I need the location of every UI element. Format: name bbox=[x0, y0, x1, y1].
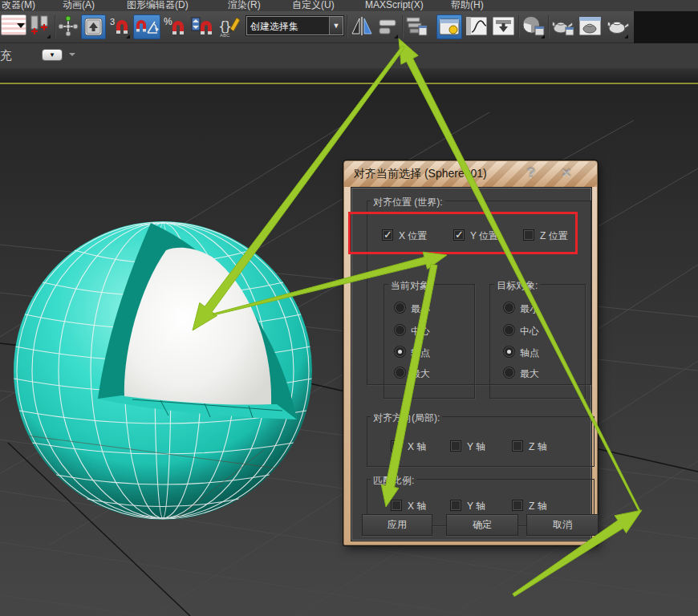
rendered-frame-window-button[interactable] bbox=[578, 14, 603, 39]
graphite-ribbon-toggle[interactable] bbox=[436, 14, 462, 39]
main-toolbar-row: 3 % bbox=[0, 11, 698, 43]
red-highlight-box bbox=[348, 212, 578, 254]
menu-customize[interactable]: 自定义(U) bbox=[292, 0, 335, 11]
apply-button[interactable]: 应用 bbox=[362, 514, 432, 536]
menu-rendering[interactable]: 渲染(R) bbox=[228, 0, 261, 11]
scale-y-label[interactable]: Y 轴 bbox=[467, 500, 485, 513]
current-min-label[interactable]: 最小 bbox=[411, 302, 430, 316]
edit-named-selections-button[interactable] bbox=[29, 14, 51, 39]
edit-named-selection-sets-button[interactable]: { } ABC bbox=[217, 14, 241, 39]
orient-x-checkbox[interactable] bbox=[391, 440, 402, 452]
orient-y-label[interactable]: Y 轴 bbox=[467, 440, 485, 454]
current-max-radio[interactable] bbox=[395, 367, 405, 378]
curve-editor-button[interactable] bbox=[465, 14, 489, 39]
menu-help[interactable]: 帮助(H) bbox=[451, 0, 484, 11]
align-position-group-label: 对齐位置 (世界): bbox=[371, 196, 445, 209]
keyboard-shortcut-override-toggle[interactable] bbox=[81, 14, 106, 39]
svg-text:%: % bbox=[164, 16, 172, 27]
target-object-group bbox=[489, 284, 586, 399]
orient-y-checkbox[interactable] bbox=[450, 440, 461, 452]
strip-label: 充 bbox=[0, 48, 12, 63]
sphere-object[interactable] bbox=[8, 221, 315, 574]
menu-animation[interactable]: 动画(A) bbox=[63, 0, 95, 11]
scale-z-checkbox[interactable] bbox=[512, 500, 523, 511]
angle-snap-toggle[interactable] bbox=[133, 14, 160, 39]
svg-text:ABC: ABC bbox=[220, 33, 230, 38]
target-max-radio[interactable] bbox=[504, 367, 514, 378]
snap-toggle-3d[interactable]: 3 bbox=[108, 14, 131, 39]
match-scale-group-label: 匹配比例: bbox=[371, 474, 416, 488]
main-toolbar: 3 % bbox=[0, 11, 634, 43]
material-editor-button[interactable] bbox=[521, 14, 546, 39]
orient-x-label[interactable]: X 轴 bbox=[408, 440, 426, 454]
target-min-radio[interactable] bbox=[504, 302, 514, 313]
current-max-label[interactable]: 最大 bbox=[411, 367, 430, 381]
selection-region-dropdown[interactable] bbox=[1, 14, 26, 35]
menu-maxscript[interactable]: MAXScript(X) bbox=[365, 0, 424, 11]
dialog-close-button[interactable]: ✕ bbox=[558, 164, 575, 182]
layer-manager-button[interactable] bbox=[405, 14, 428, 39]
current-min-radio[interactable] bbox=[395, 302, 405, 313]
render-production-button[interactable] bbox=[606, 14, 629, 39]
scale-x-checkbox[interactable] bbox=[391, 500, 402, 511]
spinner-snap-toggle[interactable] bbox=[190, 14, 213, 39]
target-center-radio[interactable] bbox=[504, 325, 514, 335]
target-min-label[interactable]: 最小 bbox=[520, 302, 539, 316]
ok-button[interactable]: 确定 bbox=[446, 514, 518, 536]
align-orientation-group-label: 对齐方向(局部): bbox=[371, 411, 442, 425]
menu-bar: 改器(M) 动画(A) 图形编辑器(D) 渲染(R) 自定义(U) MAXScr… bbox=[0, 0, 698, 11]
combobox-dropdown-arrow[interactable]: ▼ bbox=[329, 17, 343, 34]
svg-text:3: 3 bbox=[110, 17, 115, 26]
target-object-group-label: 目标对象: bbox=[494, 279, 540, 293]
selection-set-value: 创建选择集 bbox=[250, 20, 298, 34]
current-object-group-label: 当前对象: bbox=[388, 279, 434, 293]
cancel-button[interactable]: 取消 bbox=[526, 514, 599, 536]
toolbar-spacer-strip bbox=[0, 68, 698, 83]
orient-z-label[interactable]: Z 轴 bbox=[529, 440, 547, 454]
scale-z-label[interactable]: Z 轴 bbox=[529, 500, 547, 513]
current-center-radio[interactable] bbox=[395, 325, 405, 335]
select-and-manipulate-button[interactable] bbox=[58, 14, 79, 39]
secondary-toolbar: 充 ▼ bbox=[0, 43, 698, 68]
viewport-dropdown-button[interactable]: ▼ bbox=[42, 49, 63, 61]
scale-x-label[interactable]: X 轴 bbox=[408, 500, 426, 513]
percent-snap-toggle[interactable]: % bbox=[163, 14, 186, 39]
target-pivot-radio[interactable] bbox=[504, 346, 514, 357]
target-pivot-label[interactable]: 轴点 bbox=[520, 346, 539, 360]
named-selection-set-combobox[interactable]: 创建选择集 ▼ bbox=[246, 16, 343, 35]
current-pivot-radio[interactable] bbox=[395, 346, 405, 357]
application-window: 改器(M) 动画(A) 图形编辑器(D) 渲染(R) 自定义(U) MAXScr… bbox=[0, 0, 698, 616]
target-max-label[interactable]: 最大 bbox=[520, 367, 539, 381]
menu-graph-editors[interactable]: 图形编辑器(D) bbox=[127, 0, 189, 11]
schematic-view-button[interactable] bbox=[491, 14, 516, 39]
dialog-title: 对齐当前选择 (Sphere001) bbox=[354, 167, 487, 181]
render-setup-button[interactable] bbox=[551, 14, 575, 39]
menu-modifiers[interactable]: 改器(M) bbox=[2, 0, 35, 11]
current-pivot-label[interactable]: 轴点 bbox=[411, 346, 430, 360]
current-object-group bbox=[383, 284, 475, 399]
dialog-help-button[interactable]: ? bbox=[522, 164, 540, 182]
target-center-label[interactable]: 中心 bbox=[520, 325, 539, 338]
orient-z-checkbox[interactable] bbox=[512, 440, 523, 452]
active-viewport-border bbox=[0, 83, 698, 84]
small-dropdown-arrow-icon[interactable] bbox=[69, 53, 75, 59]
mirror-button[interactable] bbox=[350, 14, 374, 39]
align-button[interactable] bbox=[377, 14, 399, 39]
scale-y-checkbox[interactable] bbox=[450, 500, 461, 511]
current-center-label[interactable]: 中心 bbox=[411, 325, 430, 338]
